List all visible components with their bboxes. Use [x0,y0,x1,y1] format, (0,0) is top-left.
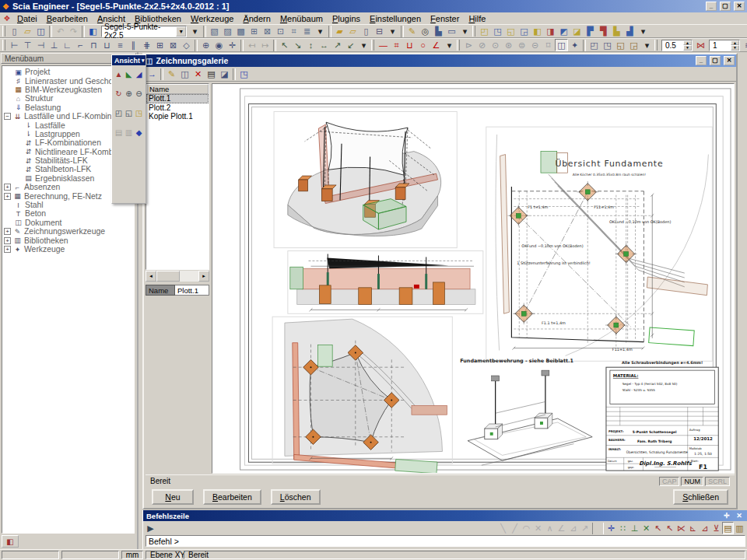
load-panel-icon-2[interactable]: ◳ [491,25,504,37]
supports-display-icon[interactable]: ⌗ [287,25,300,37]
copy-plot-icon[interactable]: ◫ [178,68,191,80]
surfaces-icon[interactable]: ⊡ [274,25,287,37]
view-x-icon[interactable]: ◣ [124,69,134,79]
gallery-minimize-button[interactable]: _ [696,56,707,65]
list-item-plott-2[interactable]: Plott.2 [146,103,209,113]
move-right-icon[interactable]: ↦ [258,39,272,51]
toolbar-grip[interactable] [472,26,475,37]
menu-menuebaum[interactable]: Menübaum [275,13,328,24]
preview-icon[interactable]: ◎ [419,25,432,37]
befehlszeile-close-icon[interactable]: ✕ [735,512,744,520]
toolbar-grip[interactable] [2,40,5,51]
filter-icon-3[interactable]: ✦ [568,39,581,51]
snap-line-icon[interactable]: ╲ [497,522,509,534]
align-icon-5[interactable]: ↗ [331,39,344,51]
menu-plugins[interactable]: Plugins [328,13,365,24]
clipboard-icon-2[interactable]: ◳ [601,39,614,51]
plot-list-header[interactable]: Name [146,84,209,94]
list-item-plott-1[interactable]: Plott.1 [146,94,209,103]
spin-down-icon[interactable]: ▼ [731,45,739,51]
snap-vertex-icon[interactable]: ∧ [544,522,556,534]
menu-fenster[interactable]: Fenster [426,13,464,24]
draw-angle-icon[interactable]: ∠ [430,39,443,51]
document-icon[interactable]: ▯ [359,25,373,37]
selection-icon-4[interactable]: ⊛ [502,39,515,51]
redo-icon[interactable]: ↷ [67,25,80,37]
snap-close-icon[interactable]: ✕ [532,522,544,534]
arbitrary-beam-icon[interactable]: ⊔ [100,39,114,51]
loads-display-icon[interactable]: ≣ [300,25,314,37]
snap-polyline-icon[interactable]: ╱ [509,522,521,534]
toolbar-grip[interactable] [2,26,5,37]
draw-grid-icon[interactable]: ⌗ [390,39,403,51]
grid-tool-icon[interactable]: ⋕ [140,39,153,51]
zoom-out-icon[interactable]: ⊖ [135,89,144,99]
separator[interactable] [82,26,85,37]
paint-icon[interactable]: ✎ [405,25,419,37]
command-input[interactable] [146,535,745,547]
separator[interactable] [328,26,331,37]
align-icon-1[interactable]: ↖ [278,39,291,51]
menu-werkzeuge[interactable]: Werkzeuge [186,13,238,24]
open-plot-icon[interactable]: → [146,68,159,80]
close-view-icon[interactable]: ◧ [86,25,100,37]
column-tool-icon[interactable]: ⊤ [21,39,34,51]
tree-item-beton[interactable]: T Beton [2,209,134,218]
spin-down-icon[interactable]: ▼ [683,45,692,51]
scroll-left-icon[interactable]: ◂ [146,271,156,282]
snap-direction-icon[interactable]: ↗ [579,522,591,534]
menu-datei[interactable]: Datei [12,13,42,24]
midpoint-snap-icon[interactable]: ↖ [664,522,675,534]
tree-item-bibliotheken[interactable]: + ▥ Bibliotheken [2,236,134,244]
befehlszeile-titlebar[interactable]: Befehlszeile ✛ ✕ [143,510,747,521]
tree-item-werkzeuge[interactable]: + ✦ Werkzeuge [2,245,134,254]
draw-rect-icon[interactable]: ⊔ [403,39,416,51]
separator[interactable] [401,26,404,37]
cross-snap-icon[interactable]: ✕ [640,522,652,534]
render-mode-icon[interactable]: ▧ [208,25,221,37]
filter-icon-2[interactable]: ◫ [555,39,568,51]
list-item-kopie-plott-1[interactable]: Kopie Plott.1 [146,112,209,121]
toolbar-grip[interactable] [371,40,374,51]
cut-icon[interactable]: ⋈ [694,39,707,51]
separator[interactable] [160,68,163,80]
pin-icon[interactable]: ✛ [722,512,731,520]
load-panel-icon-4[interactable]: ◲ [517,25,531,37]
separator[interactable] [49,26,52,37]
opening-tool-icon[interactable]: ∟ [61,39,74,51]
load-panel-icon-8[interactable]: ◪ [570,25,584,37]
undo-icon[interactable]: ↶ [54,25,67,37]
separator[interactable] [240,40,244,51]
draw-dropdown-icon[interactable]: ▾ [443,39,456,51]
scale-stepper-arrows[interactable]: ▲▼ [683,40,692,51]
align-icon-3[interactable]: ↕ [304,39,317,51]
clipboard-icon-1[interactable]: ◰ [587,39,601,51]
project-combo[interactable]: Segel-5-Punkte-2x2.5 ▾ [101,26,187,37]
view-point-icon[interactable]: ◉ [212,39,226,51]
neu-button[interactable]: Neu [152,489,194,505]
separator[interactable] [273,40,276,51]
load-panel-icon-1[interactable]: ◰ [478,25,491,37]
ansicht-dropdown-icon[interactable]: ▾ [142,58,145,64]
save-icon[interactable]: ◫ [34,25,47,37]
menu-einstellungen[interactable]: Einstellungen [365,13,426,24]
mdi-child-icon[interactable]: ❖ [2,14,12,23]
filter-icon-1[interactable]: ⌑ [542,39,555,51]
block-tool-icon[interactable]: ⊞ [153,39,167,51]
menu-aendern[interactable]: Ändern [238,13,275,24]
combo-extra-dropdown-icon[interactable]: ▾ [188,25,202,37]
tree-item-zeichnungswerkzeuge[interactable]: + ✎ Zeichnungswerkzeuge [2,227,134,236]
tendon-tool-icon[interactable]: ∥ [127,39,140,51]
shaded-view-icon[interactable]: ⊞ [247,25,261,37]
bearbeiten-button[interactable]: Bearbeiten [203,489,261,505]
property-name-value[interactable]: Plott.1 [175,285,209,296]
add-node-icon[interactable]: ⊕ [199,39,212,51]
cursor-snap-icon[interactable]: ✛ [605,522,617,534]
new-project-icon[interactable]: ▯ [8,25,21,37]
scale-stepper[interactable]: 0.5 ▲▼ [661,40,693,51]
chart-icon[interactable]: ▙ [432,25,445,37]
node-tool-icon[interactable]: ◇ [180,39,193,51]
selection-icon-3[interactable]: ⊙ [489,39,502,51]
align-icon-6[interactable]: ↙ [344,39,357,51]
zoom-window-icon[interactable]: ◰ [114,108,124,118]
